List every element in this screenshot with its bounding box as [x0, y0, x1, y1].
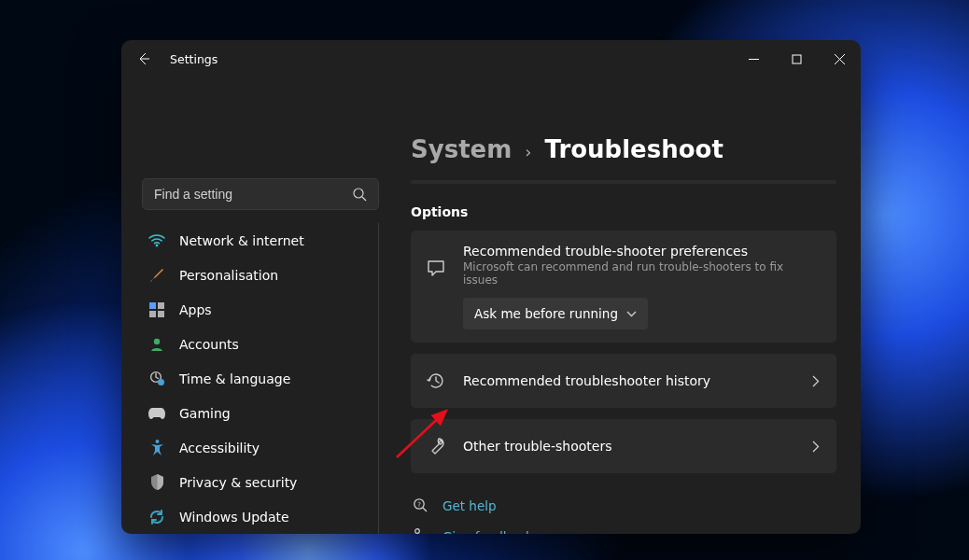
svg-rect-5	[149, 311, 156, 317]
breadcrumb-parent[interactable]: System	[411, 135, 512, 163]
sidebar-item-label: Time & language	[179, 371, 290, 386]
titlebar: Settings	[121, 40, 861, 77]
pref-select-value: Ask me before running	[474, 306, 618, 321]
sidebar: Network & internet Personalisation Apps …	[121, 77, 392, 534]
get-help-link[interactable]: Get help	[442, 498, 497, 513]
brush-icon	[147, 266, 166, 285]
window-controls	[732, 40, 861, 77]
breadcrumb: System › Troubleshoot	[411, 135, 836, 163]
svg-point-9	[158, 379, 164, 385]
svg-rect-4	[158, 302, 164, 309]
pref-card-desc: Microsoft can recommend and run trouble-…	[463, 260, 820, 287]
svg-rect-6	[158, 311, 164, 317]
svg-rect-0	[793, 55, 801, 63]
update-icon	[147, 508, 166, 526]
gamepad-icon	[147, 404, 166, 423]
minimize-icon	[749, 54, 759, 64]
search-icon	[353, 188, 367, 202]
get-help-row: ? Get help	[411, 497, 836, 513]
pref-card: Recommended trouble-shooter preferences …	[411, 231, 836, 343]
history-row[interactable]: Recommended troubleshooter history	[411, 354, 836, 408]
wifi-icon	[147, 231, 166, 250]
close-button[interactable]	[818, 40, 861, 77]
sidebar-item-privacy[interactable]: Privacy & security	[142, 465, 372, 499]
sidebar-item-time-language[interactable]: Time & language	[142, 361, 372, 396]
main-content: System › Troubleshoot Options Recommende…	[392, 77, 861, 534]
feedback-icon	[411, 528, 429, 534]
svg-point-7	[154, 338, 160, 343]
wrench-icon	[426, 437, 446, 455]
sidebar-item-apps[interactable]: Apps	[142, 292, 372, 327]
chevron-down-icon	[626, 311, 637, 317]
help-icon: ?	[411, 497, 429, 513]
give-feedback-row: Give feedback	[411, 528, 836, 534]
sidebar-item-gaming[interactable]: Gaming	[142, 396, 372, 430]
sidebar-item-label: Windows Update	[179, 510, 289, 525]
minimize-button[interactable]	[732, 40, 775, 77]
sidebar-item-windows-update[interactable]: Windows Update	[142, 499, 372, 534]
svg-point-13	[414, 529, 419, 534]
pref-select[interactable]: Ask me before running	[463, 298, 648, 329]
shield-icon	[147, 473, 166, 492]
history-row-title: Recommended troubleshooter history	[463, 373, 710, 388]
svg-point-10	[155, 440, 159, 443]
give-feedback-link[interactable]: Give feedback	[442, 529, 533, 535]
accessibility-icon	[147, 439, 166, 457]
back-arrow-icon	[136, 51, 151, 66]
chat-icon	[426, 259, 446, 277]
svg-rect-3	[149, 302, 156, 309]
app-title: Settings	[170, 52, 218, 66]
clock-globe-icon	[147, 370, 166, 388]
sidebar-item-personalisation[interactable]: Personalisation	[142, 258, 372, 292]
sidebar-item-label: Accounts	[179, 337, 239, 352]
close-icon	[835, 54, 845, 64]
account-icon	[147, 335, 166, 354]
breadcrumb-current: Troubleshoot	[545, 135, 723, 163]
sidebar-item-accessibility[interactable]: Accessibility	[142, 430, 372, 465]
sidebar-item-label: Accessibility	[179, 441, 260, 455]
chevron-right-icon: ›	[525, 142, 531, 161]
svg-point-1	[354, 189, 363, 198]
svg-text:?: ?	[417, 501, 421, 509]
search-input[interactable]	[154, 187, 367, 202]
search-box[interactable]	[142, 178, 379, 210]
history-icon	[426, 371, 446, 390]
options-heading: Options	[411, 204, 836, 219]
sidebar-nav: Network & internet Personalisation Apps …	[142, 223, 379, 534]
sidebar-item-network[interactable]: Network & internet	[142, 223, 372, 258]
sidebar-item-label: Apps	[179, 302, 212, 317]
chevron-right-icon	[812, 375, 820, 387]
back-button[interactable]	[127, 40, 161, 77]
sidebar-item-label: Personalisation	[179, 268, 278, 283]
sidebar-item-label: Gaming	[179, 406, 231, 421]
sidebar-item-accounts[interactable]: Accounts	[142, 327, 372, 361]
header-divider	[411, 180, 836, 184]
sidebar-item-label: Privacy & security	[179, 475, 297, 490]
sidebar-item-label: Network & internet	[179, 233, 304, 248]
settings-window: Settings Network & internet	[121, 40, 861, 534]
pref-card-title: Recommended trouble-shooter preferences	[463, 244, 820, 259]
svg-point-2	[156, 244, 159, 246]
other-troubleshooters-row[interactable]: Other trouble-shooters	[411, 419, 836, 473]
chevron-right-icon	[812, 441, 820, 453]
maximize-button[interactable]	[775, 40, 818, 77]
other-troubleshooters-title: Other trouble-shooters	[463, 439, 611, 454]
maximize-icon	[792, 54, 802, 64]
apps-icon	[147, 301, 166, 319]
